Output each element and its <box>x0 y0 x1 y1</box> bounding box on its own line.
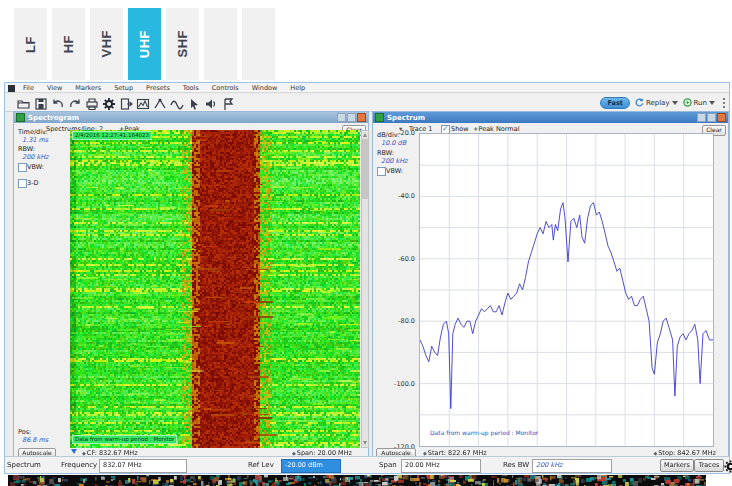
scrollbar-thumb[interactable] <box>362 139 368 199</box>
band-tab-vhf[interactable]: VHF <box>90 8 123 80</box>
maximize-button[interactable] <box>707 113 716 122</box>
peak-marker-icon[interactable] <box>153 96 167 110</box>
close-button[interactable] <box>357 113 366 122</box>
ref-lev-field[interactable]: -20.00 dBm <box>281 459 341 473</box>
band-tab-label: VHF <box>99 30 114 58</box>
run-label: Run <box>694 99 707 107</box>
menu-item-window[interactable]: Window <box>252 84 278 92</box>
y-axis-tick: -60.0 <box>375 255 415 263</box>
fast-button[interactable]: Fast <box>600 97 629 109</box>
minimize-button[interactable] <box>337 113 346 122</box>
band-tab-lf[interactable]: LF <box>14 8 47 80</box>
spectrogram-panel: Spectrogram Clear Spectrums/line: 2 +Pea… <box>13 111 369 457</box>
band-tab-label: SHF <box>175 30 190 58</box>
maximize-button[interactable] <box>347 113 356 122</box>
spectrogram-titlebar[interactable]: Spectrogram <box>14 112 368 123</box>
marker-down-icon[interactable] <box>71 449 77 454</box>
spectrogram-scrollbar[interactable] <box>361 130 369 448</box>
time-div-value[interactable]: 1.31 ms <box>22 136 48 144</box>
band-tab-hf[interactable]: HF <box>52 8 85 80</box>
screen: LFHFVHFUHFSHF FileViewMarkersSetupPreset… <box>0 0 732 486</box>
res-bw-label: Res BW <box>503 461 529 469</box>
replay-label: Replay <box>646 99 670 107</box>
threed-label: 3-D <box>27 179 39 187</box>
detector-label[interactable]: +Peak Normal <box>473 125 519 133</box>
minimize-button[interactable] <box>697 113 706 122</box>
redo-icon[interactable] <box>68 96 82 110</box>
markers-button[interactable]: Markers <box>660 459 694 472</box>
audio-icon[interactable] <box>204 96 218 110</box>
spectrum-panel: Spectrum Clear ▾ Trace 1 Show +Peak Norm… <box>372 111 729 457</box>
replay-button[interactable]: Replay <box>635 98 678 107</box>
undo-icon[interactable] <box>51 96 65 110</box>
run-button[interactable]: Run <box>683 98 715 107</box>
open-icon[interactable] <box>17 96 31 110</box>
show-label: Show <box>451 125 469 133</box>
band-tab-empty-6[interactable] <box>242 8 275 80</box>
band-tab-empty-5[interactable] <box>204 8 237 80</box>
pointer-icon[interactable] <box>187 96 201 110</box>
chevron-down-icon <box>672 101 678 105</box>
menu-item-setup[interactable]: Setup <box>114 84 133 92</box>
warmup-note-overlay: Data from warm-up period : Monitor <box>430 429 538 436</box>
rbw-value[interactable]: 200 kHz <box>381 157 408 165</box>
menu-item-view[interactable]: View <box>47 84 62 92</box>
frequency-field[interactable]: 832.07 MHz <box>99 459 187 473</box>
rbw-label: RBW: <box>18 145 35 153</box>
analyzer-window: FileViewMarkersSetupPresetsToolsControls… <box>4 82 730 474</box>
settings-gear-icon[interactable] <box>724 458 732 477</box>
vbw-checkbox[interactable] <box>377 167 386 176</box>
rbw-label: RBW: <box>377 149 394 157</box>
chevron-down-icon <box>709 101 715 105</box>
replay-icon <box>635 98 644 107</box>
traces-button[interactable]: Traces <box>694 459 724 472</box>
pos-value[interactable]: 86.8 ms <box>22 436 48 444</box>
span-field[interactable]: 20.00 MHz <box>401 459 481 473</box>
spectrum-trace <box>420 134 713 446</box>
status-bar: Spectrum Frequency 832.07 MHz Ref Lev -2… <box>5 456 729 473</box>
res-bw-field[interactable]: 200 kHz <box>532 459 612 473</box>
menu-item-tools[interactable]: Tools <box>183 84 199 92</box>
menu-item-presets[interactable]: Presets <box>146 84 170 92</box>
overflow-menu-icon[interactable] <box>723 98 725 108</box>
run-icon <box>683 98 692 107</box>
ref-lev-label: Ref Lev <box>248 461 274 469</box>
threed-checkbox[interactable] <box>18 179 27 188</box>
dbdiv-value[interactable]: 10.0 dB <box>381 139 406 147</box>
spectrum-titlebar[interactable]: Spectrum <box>373 112 728 123</box>
background-window-strip <box>8 475 706 486</box>
print-icon[interactable] <box>85 96 99 110</box>
save-icon[interactable] <box>34 96 48 110</box>
trace-icon[interactable] <box>170 96 184 110</box>
time-div-label: Time/div: <box>18 128 48 136</box>
scroll-up-icon[interactable] <box>363 133 367 137</box>
band-tab-label: UHF <box>137 30 152 58</box>
flag-icon[interactable] <box>221 96 235 110</box>
vbw-label: VBW: <box>386 167 403 175</box>
band-tab-uhf[interactable]: UHF <box>128 8 161 80</box>
spectrum-plot[interactable]: Data from warm-up period : Monitor <box>419 133 714 447</box>
panel-title: Spectrogram <box>28 114 79 122</box>
settings-gear-icon[interactable] <box>102 96 116 110</box>
scroll-down-icon[interactable] <box>363 441 367 445</box>
menu-item-markers[interactable]: Markers <box>75 84 101 92</box>
toolbar: Fast Replay Run <box>5 94 729 112</box>
rbw-value[interactable]: 200 kHz <box>22 153 49 161</box>
menu-bar: FileViewMarkersSetupPresetsToolsControls… <box>5 83 729 93</box>
band-tab-label: HF <box>61 35 76 53</box>
close-button[interactable] <box>717 113 726 122</box>
band-tab-shf[interactable]: SHF <box>166 8 199 80</box>
spectrum-display-icon[interactable] <box>136 96 150 110</box>
export-icon[interactable] <box>119 96 133 110</box>
pos-label: Pos: <box>18 428 31 436</box>
app-menu-icon[interactable] <box>8 85 15 92</box>
spectrogram-canvas[interactable] <box>70 130 360 448</box>
band-tab-label: LF <box>23 36 38 53</box>
menu-item-help[interactable]: Help <box>290 84 305 92</box>
spectrogram-display[interactable]: 2/4/2016 12:27:41.164023 Data from warm-… <box>70 130 360 448</box>
menu-item-file[interactable]: File <box>23 84 34 92</box>
mode-label: Spectrum <box>7 461 41 469</box>
menu-item-controls[interactable]: Controls <box>212 84 239 92</box>
y-axis-tick: -20.0 <box>375 129 415 137</box>
vbw-checkbox[interactable] <box>18 163 27 172</box>
